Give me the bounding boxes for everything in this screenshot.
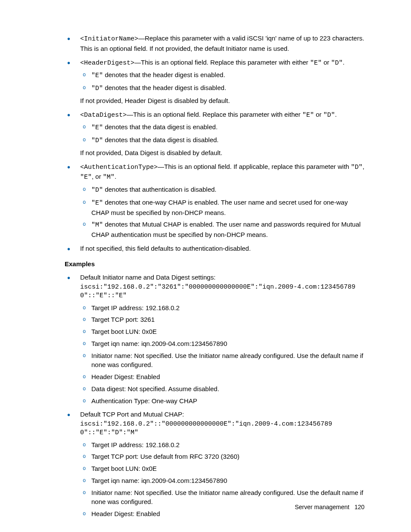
list-item: "M" denotes that Mutual CHAP is enabled.… <box>80 220 364 240</box>
list-item: <AuthenticationType>—This is an optional… <box>65 162 364 240</box>
list-item: <InitiatorName>—Replace this parameter w… <box>65 34 364 53</box>
txt: . <box>342 59 344 66</box>
code-block: iscsi:"192.168.0.2":"3261":"000000000000… <box>80 283 364 301</box>
list-item: Target TCP port: 3261 <box>80 315 364 324</box>
txt: Target IP address: 192.168.0.2 <box>91 441 180 448</box>
code-inline: "D" <box>91 187 103 194</box>
code-inline: "D" <box>91 85 103 92</box>
list-item: Target TCP port: Use default from RFC 37… <box>80 452 364 461</box>
list-item: Target IP address: 192.168.0.2 <box>80 440 364 450</box>
txt: or <box>314 111 324 118</box>
tail-note: If not provided, Data Digest is disabled… <box>80 148 364 158</box>
txt: Authentication Type: One-way CHAP <box>91 397 197 404</box>
txt: denotes that Mutual CHAP is enabled. The… <box>91 221 361 238</box>
example-intro: Default Initiator name and Data Digest s… <box>80 273 364 282</box>
list-item: "E" denotes that one-way CHAP is enabled… <box>80 198 364 218</box>
txt: Target iqn name: iqn.2009-04.com:1234567… <box>91 340 227 347</box>
code-inline: "E" <box>91 124 103 131</box>
page-body: <InitiatorName>—Replace this parameter w… <box>0 0 411 532</box>
txt: Target boot LUN: 0x0E <box>91 465 157 472</box>
txt: denotes that the header digest is enable… <box>103 71 225 78</box>
list-item: "E" denotes that the data digest is enab… <box>80 122 364 133</box>
code-block: iscsi:"192.168.0.2"::"000000000000000E":… <box>80 420 364 438</box>
code-inline: "M" <box>91 221 103 229</box>
code-inline: "D" <box>91 137 103 144</box>
txt: denotes that the data digest is enabled. <box>103 123 218 131</box>
txt: Target iqn name: iqn.2009-04.com:1234567… <box>91 477 227 484</box>
list-item: "E" denotes that the header digest is en… <box>80 70 364 81</box>
txt: denotes that authentication is disabled. <box>103 186 217 193</box>
txt: —This is an optional field. If applicabl… <box>158 163 351 170</box>
txt: Target boot LUN: 0x0E <box>91 328 157 335</box>
tail-note: If not provided, Header Digest is disabl… <box>80 96 364 106</box>
txt: —This is an optional field. Replace this… <box>134 59 310 66</box>
list-item: Target iqn name: iqn.2009-04.com:1234567… <box>80 476 364 485</box>
txt: If not specified, this field defaults to… <box>80 245 251 252</box>
txt: Target TCP port: Use default from RFC 37… <box>91 453 240 460</box>
list-item: "D" denotes that the header digest is di… <box>80 83 364 93</box>
sub-list: Target IP address: 192.168.0.2 Target TC… <box>80 303 364 406</box>
txt: denotes that the data digest is disabled… <box>103 136 219 143</box>
list-item: Default Initiator name and Data Digest s… <box>65 273 364 405</box>
sub-list: "D" denotes that authentication is disab… <box>80 185 364 240</box>
txt: —This is an optional field. Replace this… <box>127 111 302 118</box>
list-item: "D" denotes that the data digest is disa… <box>80 135 364 146</box>
code-inline: "E" <box>91 72 103 79</box>
list-item: Target boot LUN: 0x0E <box>80 464 364 473</box>
example-intro: Default TCP Port and Mutual CHAP: <box>80 410 364 419</box>
txt: . <box>335 111 336 118</box>
param-name: <HeaderDigest> <box>80 59 134 67</box>
examples-heading: Examples <box>65 259 364 269</box>
txt: Header Digest: Enabled <box>91 510 160 517</box>
param-name: <AuthenticationType> <box>80 164 158 171</box>
code-inline: "E" <box>310 59 322 67</box>
list-item: Target boot LUN: 0x0E <box>80 327 364 336</box>
list-item: Target IP address: 192.168.0.2 <box>80 303 364 313</box>
txt: Target TCP port: 3261 <box>91 316 155 323</box>
sub-list: "E" denotes that the header digest is en… <box>80 70 364 93</box>
code-inline: "E" <box>80 174 92 181</box>
code-inline: "M" <box>103 174 115 181</box>
param-name: <DataDigest> <box>80 112 127 119</box>
sub-list: "E" denotes that the data digest is enab… <box>80 122 364 146</box>
list-item: Target iqn name: iqn.2009-04.com:1234567… <box>80 339 364 348</box>
code-inline: "D" <box>351 164 363 171</box>
code-inline: "E" <box>302 112 314 119</box>
footer-section: Server management <box>295 504 349 510</box>
code-inline: "D" <box>323 112 335 119</box>
code-inline: "E" <box>91 199 103 207</box>
txt: or <box>322 59 331 66</box>
txt: , or <box>92 173 103 180</box>
list-item: Data digest: Not specified. Assume disab… <box>80 384 364 394</box>
txt: Initiator name: Not specified. Use the I… <box>91 352 363 369</box>
txt: . <box>115 173 116 180</box>
txt: denotes that one-way CHAP is enabled. Th… <box>91 199 348 216</box>
examples-list: Default Initiator name and Data Digest s… <box>65 273 364 519</box>
parameter-list: <InitiatorName>—Replace this parameter w… <box>65 34 364 253</box>
param-name: <InitiatorName> <box>80 35 138 43</box>
txt: Target IP address: 192.168.0.2 <box>91 304 180 311</box>
list-item: <HeaderDigest>—This is an optional field… <box>65 58 364 106</box>
txt: Header Digest: Enabled <box>91 373 160 380</box>
txt: , <box>363 163 364 170</box>
list-item: <DataDigest>—This is an optional field. … <box>65 110 364 158</box>
txt: Data digest: Not specified. Assume disab… <box>91 385 219 392</box>
txt: denotes that the header digest is disabl… <box>103 84 226 91</box>
page-footer: Server management 120 <box>295 503 364 511</box>
list-item: If not specified, this field defaults to… <box>65 244 364 253</box>
list-item: Initiator name: Not specified. Use the I… <box>80 351 364 370</box>
list-item: Authentication Type: One-way CHAP <box>80 396 364 406</box>
code-inline: "D" <box>331 59 342 67</box>
list-item: "D" denotes that authentication is disab… <box>80 185 364 195</box>
list-item: Header Digest: Enabled <box>80 372 364 382</box>
footer-page: 120 <box>355 504 364 510</box>
